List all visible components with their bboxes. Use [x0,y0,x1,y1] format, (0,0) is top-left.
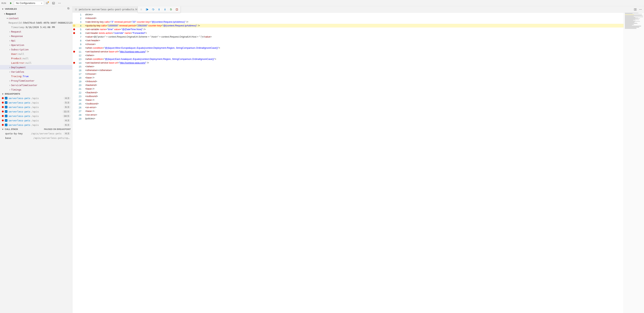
continue-button[interactable] [144,7,150,12]
code-line[interactable]: 26 <on-error> [72,106,624,109]
tab-more-button[interactable] [638,7,643,12]
svg-rect-22 [176,8,178,10]
breakpoint-dot-icon[interactable] [73,28,75,30]
breakpoint-checkbox[interactable]: ✓ [5,106,8,108]
code-line[interactable]: 1olicies> [72,13,624,16]
code-line[interactable]: 10 <when condition="@(&quot;West Europe&… [72,46,624,50]
breakpoint-checkbox[interactable]: ✓ [5,124,8,126]
variables-context[interactable]: ▾ context [0,16,72,20]
breakpoint-row[interactable]: ✓serverless-pets/apis11:5 [0,109,72,114]
code-line[interactable]: 19 </inbound> [72,80,624,83]
variable-row[interactable]: ›Subscription [0,47,72,52]
drag-handle[interactable] [138,7,144,12]
variables-tree[interactable]: ▾ Request ▾ context RequestId: 59e576cd-… [0,12,72,92]
callstack-row[interactable]: quota-by-key/apis/serverless-pets4:3 [0,131,72,136]
variables-header[interactable]: ▾ VARIABLES [0,6,72,12]
breakpoint-row[interactable]: ✓serverless-pets/apis4:3 [0,118,72,123]
breakpoint-checkbox[interactable]: ✓ [5,97,8,100]
variable-row[interactable]: ›ProxyTimeCounter [0,78,72,83]
code-line[interactable]: 29/policies> [72,117,624,120]
code-line[interactable]: 13 <when condition="@(&quot;East Asia&qu… [72,57,624,61]
line-number: 26 [76,106,84,109]
code-line[interactable]: 27 <base /> [72,109,624,113]
stop-icon [176,8,178,11]
breakpoint-dot-icon[interactable] [73,51,75,52]
step-into-button[interactable] [156,7,162,12]
code-line[interactable]: 8 </set-header> [72,39,624,42]
code-line[interactable]: 23 <outbound> [72,94,624,98]
run-start-button[interactable] [9,1,13,6]
svg-point-16 [141,10,141,10]
variable-row[interactable]: ›ServiceTimeCounter [0,83,72,87]
callstack-header[interactable]: ▾ CALL STACK PAUSED ON BREAKPOINT [0,127,72,131]
editor-tab[interactable]: petstore-serverless-pets-post-products.h… [72,6,144,13]
code-line[interactable]: 15 </when> [72,65,624,68]
variable-row[interactable]: ›Timings [0,87,72,92]
code-line[interactable]: 24 <base /> [72,98,624,102]
code-line[interactable]: 28 </on-error> [72,113,624,117]
minimap[interactable] [624,13,644,313]
code-line[interactable]: 7 <value>@("proto=" + context.Request.Or… [72,35,624,39]
variable-row[interactable]: ›Operation [0,43,72,47]
breakpoint-checkbox[interactable]: ✓ [5,101,8,104]
breakpoint-row[interactable]: ✓serverless-pets/apis6:3 [0,123,72,127]
debug-toolbar[interactable] [138,6,180,13]
variable-row[interactable]: Tracing: True [0,74,72,78]
code-line[interactable]: 16 <otherwise></otherwise> [72,68,624,72]
variable-row[interactable]: Timestamp: 9/16/2020 5:41:08 PM [0,25,72,29]
breakpoint-row[interactable]: ✓serverless-pets/apis14:5 [0,114,72,118]
variable-row[interactable]: Product: null [0,56,72,60]
code-line[interactable]: 14 <set-backend-service base-url="http:/… [72,61,624,65]
breakpoint-checkbox[interactable]: ✓ [5,115,8,117]
callstack-row[interactable]: base/apis/serverless-pets/operations/pos… [0,136,72,140]
variable-row[interactable]: ›Deployment [0,65,72,70]
breakpoints-header[interactable]: ▾ BREAKPOINTS [0,92,72,96]
code-editor[interactable]: 1olicies>2 <inbound>3 <rate-limit-by-key… [72,13,624,313]
code-line[interactable]: 18 <base /> [72,76,624,80]
collapse-all-button[interactable] [67,7,71,11]
code-line[interactable]: 4 <quota-by-key calls="1000000" renewal-… [72,24,624,28]
code-line[interactable]: 17 </choose> [72,72,624,76]
split-editor-button[interactable] [633,7,638,12]
more-actions-button[interactable] [57,1,62,6]
variables-scope-request[interactable]: ▾ Request [0,12,72,16]
code-line[interactable]: 12 </when> [72,54,624,57]
run-config-label: No Configurations [16,2,35,4]
code-line[interactable]: 25 </outbound> [72,102,624,106]
code-line[interactable]: 21 <base /> [72,87,624,91]
step-out-button[interactable] [162,7,168,12]
variable-row[interactable]: ›Request [0,29,72,34]
variable-row[interactable]: ›Api [0,38,72,43]
line-number: 5 [76,28,84,31]
code-line[interactable]: 6 <set-header exists-action="override" n… [72,31,624,35]
code-line[interactable]: 9 <choose> [72,42,624,46]
code-line[interactable]: 11 <set-backend-service base-url="http:/… [72,50,624,54]
variable-row[interactable]: LastError: null [0,60,72,65]
breakpoint-row[interactable]: ✓serverless-pets/apis5:3 [0,100,72,105]
svg-point-15 [142,9,142,10]
breakpoint-dot-icon[interactable] [73,32,75,34]
settings-gear-button[interactable] [45,1,50,6]
run-config-select[interactable]: No Configurations [14,1,44,6]
variable-row[interactable]: ›Response [0,34,72,38]
breakpoint-checkbox[interactable]: ✓ [5,119,8,122]
breakpoint-row[interactable]: ✓serverless-pets/apis6:3 [0,105,72,109]
breakpoint-dot-icon[interactable] [73,62,75,64]
variable-row[interactable]: ›Variables [0,70,72,74]
code-line[interactable]: 22 </backend> [72,91,624,94]
line-number: 22 [76,91,84,94]
code-line[interactable]: 5 <set-variable name="time" value="@(Dat… [72,28,624,31]
breakpoint-row[interactable]: ✓serverless-pets/apis4:3 [0,96,72,100]
variable-row[interactable]: User: null [0,52,72,56]
restart-button[interactable] [168,7,174,12]
stop-button[interactable] [174,7,180,12]
line-number: 25 [76,102,84,105]
breakpoint-checkbox[interactable]: ✓ [5,110,8,113]
variable-row[interactable]: RequestId: 59e576cd-5dd5-497b-b66f-96886… [0,20,72,25]
debug-console-button[interactable] [51,1,56,6]
code-line[interactable]: 3 <rate-limit-by-key calls="3" renewal-p… [72,20,624,24]
current-breakpoint-icon[interactable] [73,24,75,27]
code-line[interactable]: 20 <backend> [72,83,624,87]
step-over-button[interactable] [150,7,156,12]
code-line[interactable]: 2 <inbound> [72,16,624,20]
